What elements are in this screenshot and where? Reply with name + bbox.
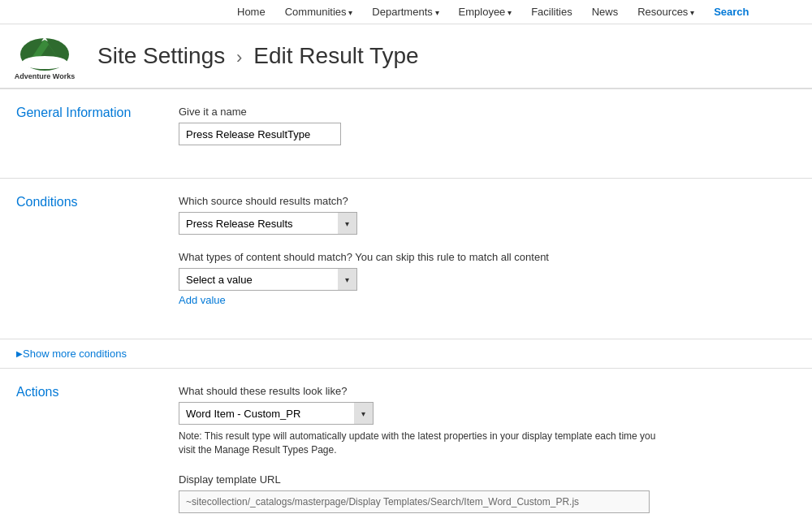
page-title-area: Site Settings › Edit Result Type xyxy=(97,43,419,69)
name-label: Give it a name xyxy=(179,106,788,118)
display-template-label: Display template URL xyxy=(179,473,788,486)
svg-point-4 xyxy=(22,56,67,69)
actions-section: Actions What should these results look l… xyxy=(0,369,812,527)
look-select-wrapper: Word Item - Custom_PR Default Item PDF I… xyxy=(179,402,374,425)
source-select-wrapper: Press Release Results Local SharePoint R… xyxy=(179,212,357,235)
nav-search[interactable]: Search xyxy=(704,2,758,21)
breadcrumb: Site Settings xyxy=(97,43,225,68)
content-type-select[interactable]: Select a value Word Documents PDF Files … xyxy=(179,268,357,291)
content-type-select-wrapper: Select a value Word Documents PDF Files … xyxy=(179,268,357,291)
show-more-conditions-row: ▶ Show more conditions xyxy=(0,339,812,369)
nav-resources[interactable]: Resources xyxy=(628,2,704,21)
display-template-group: Display template URL xyxy=(179,473,788,513)
show-more-arrow-icon: ▶ xyxy=(16,349,23,358)
nav-facilities[interactable]: Facilities xyxy=(521,2,582,21)
header-area: Adventure Works Site Settings › Edit Res… xyxy=(0,24,812,89)
show-more-conditions-link[interactable]: Show more conditions xyxy=(23,348,127,360)
source-select[interactable]: Press Release Results Local SharePoint R… xyxy=(179,212,357,235)
general-info-sidebar: General Information xyxy=(0,89,162,178)
name-input[interactable] xyxy=(179,123,341,145)
look-label: What should these results look like? xyxy=(179,385,788,397)
nav-communities[interactable]: Communities xyxy=(275,2,363,21)
name-group: Give it a name xyxy=(179,106,788,145)
source-label: Which source should results match? xyxy=(179,195,788,207)
main-content: General Information Give it a name Condi… xyxy=(0,89,812,527)
general-information-section: General Information Give it a name xyxy=(0,89,812,179)
actions-content: What should these results look like? Wor… xyxy=(162,369,812,527)
look-group: What should these results look like? Wor… xyxy=(179,385,788,457)
actions-sidebar: Actions xyxy=(0,369,162,527)
content-type-label: What types of content should match? You … xyxy=(179,251,788,263)
add-value-link[interactable]: Add value xyxy=(179,294,788,306)
display-template-input[interactable] xyxy=(179,490,650,513)
conditions-section: Conditions Which source should results m… xyxy=(0,179,812,339)
logo: Adventure Works xyxy=(8,30,81,83)
nav-employee[interactable]: Employee xyxy=(449,2,522,21)
logo-text: Adventure Works xyxy=(15,73,75,81)
source-group: Which source should results match? Press… xyxy=(179,195,788,235)
page-title: Edit Result Type xyxy=(253,43,418,68)
actions-label: Actions xyxy=(0,369,162,408)
general-info-content: Give it a name xyxy=(162,89,812,178)
conditions-label: Conditions xyxy=(0,179,162,218)
conditions-content: Which source should results match? Press… xyxy=(162,179,812,339)
breadcrumb-separator: › xyxy=(236,47,242,67)
nav-news[interactable]: News xyxy=(582,2,628,21)
note-text: Note: This result type will automaticall… xyxy=(179,430,658,457)
nav-departments[interactable]: Departments xyxy=(362,2,448,21)
logo-icon xyxy=(19,32,71,72)
general-info-label: General Information xyxy=(0,89,162,128)
top-nav: Home Communities Departments Employee Fa… xyxy=(0,0,812,24)
conditions-sidebar: Conditions xyxy=(0,179,162,339)
content-type-group: What types of content should match? You … xyxy=(179,251,788,306)
nav-menu: Home Communities Departments Employee Fa… xyxy=(227,2,759,21)
look-select[interactable]: Word Item - Custom_PR Default Item PDF I… xyxy=(179,402,374,425)
nav-home[interactable]: Home xyxy=(227,2,275,21)
